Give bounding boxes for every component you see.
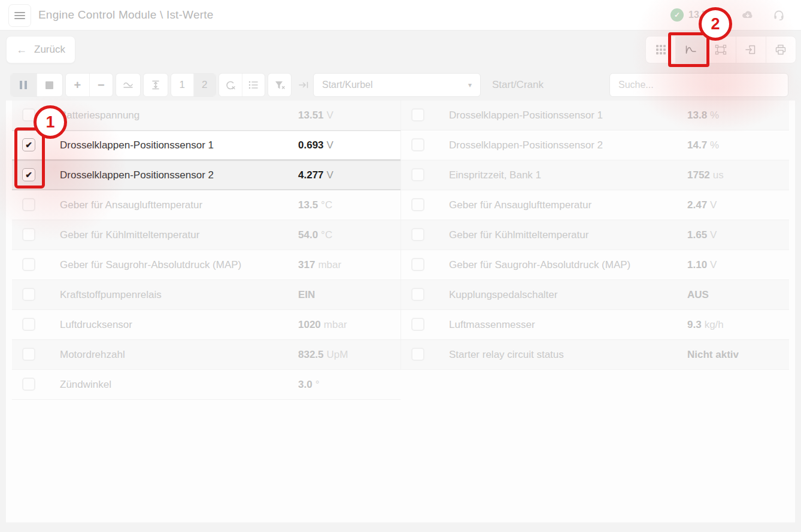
print-button[interactable]	[766, 37, 796, 63]
row-value: 13.51	[298, 110, 324, 121]
row-checkbox[interactable]	[22, 318, 35, 331]
row-unit: °C	[321, 229, 332, 241]
minus-icon: −	[98, 78, 105, 92]
row-checkbox[interactable]	[411, 108, 424, 121]
filter-clear-button[interactable]	[268, 74, 291, 96]
row-checkbox[interactable]	[411, 168, 424, 181]
row-label: Luftdrucksensor	[60, 310, 132, 339]
battery-voltage-indicator: 13.51 V	[688, 0, 721, 30]
pause-button[interactable]	[11, 74, 37, 96]
row-checkbox[interactable]: ✔	[22, 168, 35, 181]
row-checkbox[interactable]	[22, 348, 35, 361]
export-button[interactable]	[736, 37, 766, 63]
row-value-group: 54.0°C	[298, 220, 332, 250]
row-value-group: 0.693V	[298, 130, 333, 160]
add-button[interactable]: +	[66, 74, 89, 96]
row-value: 832.5	[298, 349, 324, 360]
page-1-button[interactable]: 1	[171, 74, 193, 96]
row-checkbox[interactable]	[411, 228, 424, 241]
table-row: Luftdrucksensor 1020mbar	[12, 310, 400, 340]
row-value: 14.7	[687, 139, 707, 151]
table-row: Drosselklappen-Positionssensor 2 14.7%	[401, 130, 789, 160]
fit-height-button-wrap	[143, 73, 168, 97]
row-value: 54.0	[298, 229, 318, 241]
row-value: 4.277	[298, 169, 324, 181]
pause-icon	[20, 81, 27, 89]
list-icon	[248, 80, 259, 90]
row-checkbox[interactable]: ✔	[22, 138, 35, 151]
row-value: 13.5	[298, 199, 318, 211]
row-value-group: 832.5UpM	[298, 340, 348, 369]
jump-to-end-button[interactable]	[293, 73, 314, 97]
row-label: Geber für Ansauglufttemperatur	[60, 190, 202, 220]
row-checkbox[interactable]	[22, 108, 35, 121]
values-table-right-column: Drosselklappen-Positionssensor 1 13.8% D…	[400, 101, 789, 370]
row-checkbox[interactable]	[22, 378, 35, 391]
row-value: 317	[298, 259, 315, 270]
row-checkbox[interactable]	[411, 348, 424, 361]
fit-height-button[interactable]	[144, 74, 168, 96]
row-checkbox[interactable]	[411, 318, 424, 331]
headset-icon[interactable]	[773, 9, 786, 21]
chevron-down-icon: ▾	[468, 81, 472, 89]
grid-view-button[interactable]	[646, 37, 675, 63]
row-unit: V	[710, 229, 717, 241]
row-unit: us	[713, 169, 724, 181]
row-value: AUS	[687, 289, 709, 300]
row-value-group: 1020mbar	[298, 310, 347, 339]
row-value-group: 317mbar	[298, 250, 341, 279]
page-2-button[interactable]: 2	[193, 74, 216, 96]
row-checkbox[interactable]	[411, 198, 424, 211]
row-label: Motordrehzahl	[60, 340, 125, 369]
remove-button[interactable]: −	[89, 74, 113, 96]
row-label: Geber für Kühlmitteltemperatur	[449, 220, 588, 250]
row-label: Drosselklappen-Positionssensor 2	[449, 130, 603, 160]
menu-button[interactable]	[8, 4, 31, 27]
row-checkbox[interactable]	[22, 258, 35, 271]
table-row: ✔ Drosselklappen-Positionssensor 1 0.693…	[12, 130, 400, 160]
list-button[interactable]	[242, 74, 265, 96]
graph-group-caption: Start/Crank	[492, 73, 544, 97]
row-unit: mbar	[318, 259, 341, 270]
selection-view-button[interactable]	[705, 37, 735, 63]
row-value-group: Nicht aktiv	[687, 340, 739, 369]
app-header: Engine Control Module \ Ist-Werte ✓ 13.5…	[0, 0, 801, 31]
row-unit: V	[710, 259, 717, 270]
row-checkbox[interactable]	[22, 198, 35, 211]
search-input[interactable]	[609, 73, 788, 97]
graph-group-select[interactable]: Start/Kurbel ▾	[313, 73, 481, 97]
connection-status-icon: ✓	[670, 8, 684, 22]
graph-group-selected-value: Start/Kurbel	[322, 80, 372, 90]
plus-icon: +	[74, 78, 81, 92]
values-table-card: Batteriespannung 13.51V ✔ Drosselklappen…	[6, 101, 795, 522]
row-unit: °	[315, 379, 320, 390]
row-checkbox[interactable]	[411, 288, 424, 301]
zoom-controls: + −	[65, 73, 113, 97]
back-button[interactable]: ← Zurück	[6, 36, 75, 63]
row-unit: V	[710, 199, 717, 211]
table-row: Luftmassenmesser 9.3kg/h	[401, 310, 789, 340]
clear-refresh-button[interactable]	[219, 74, 242, 96]
row-value-group: 1.10V	[687, 250, 717, 279]
table-row: Einspritzzeit, Bank 1 1752us	[401, 160, 789, 190]
row-checkbox[interactable]	[22, 228, 35, 241]
list-controls	[219, 73, 265, 97]
table-row: Geber für Kühlmitteltemperatur 54.0°C	[12, 220, 400, 250]
row-value-group: 9.3kg/h	[687, 310, 724, 339]
table-row: Geber für Saugrohr-Absolutdruck (MAP) 1.…	[401, 250, 789, 280]
row-value-group: 14.7%	[687, 130, 719, 160]
cloud-download-icon[interactable]	[741, 9, 754, 21]
row-value-group: 1752us	[687, 160, 724, 190]
row-value-group: 4.277V	[298, 160, 333, 190]
smooth-curve-button[interactable]	[116, 74, 140, 96]
row-value: Nicht aktiv	[687, 349, 739, 360]
stop-button[interactable]	[37, 74, 63, 96]
row-checkbox[interactable]	[411, 138, 424, 151]
row-checkbox[interactable]	[22, 288, 35, 301]
graph-view-button[interactable]	[675, 37, 705, 63]
row-checkbox[interactable]	[411, 258, 424, 271]
row-unit: mbar	[324, 319, 347, 330]
row-value: 1752	[687, 169, 710, 181]
row-label: Geber für Saugrohr-Absolutdruck (MAP)	[60, 250, 241, 279]
row-unit: V	[327, 110, 333, 121]
